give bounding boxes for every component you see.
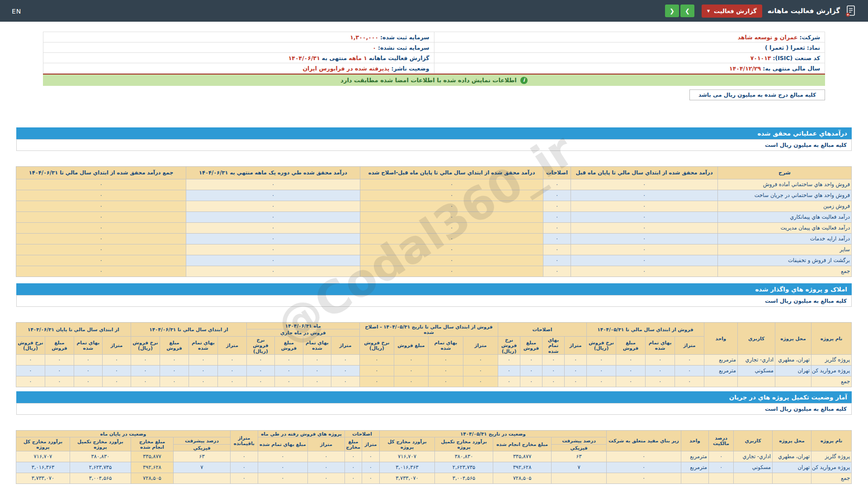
row-label-cell: پروژه گلريز [811,354,852,365]
section-unit-note: کلیه مبالغ به میلیون ریال است [16,295,852,307]
column-header: متراژ [307,437,344,451]
row-label-cell: فروش زمين [718,201,852,212]
value-cell: ۰ [74,365,102,376]
column-header: واحد [704,323,738,355]
table-row: درآمد فعاليت هاي پيمان مديريت۰۰۰۰۰ [16,223,852,234]
section-unit-note: کلیه مبالغ به میلیون ریال است [16,403,852,415]
value-cell: ۰ [131,354,160,365]
value-cell: ۳,۷۳۳,۰۷۰ [16,473,70,484]
value-cell: ۰ [16,201,186,212]
column-header: مبلغ بهاي تمام شده [258,437,307,451]
column-header: مبلغ فروش [274,336,303,354]
value-cell: ۰ [246,376,274,387]
report-type-dropdown[interactable]: گزارش فعالیت ▼ [702,5,762,18]
report-period-date: ۱۴۰۴/۰۶/۳۱ [288,55,320,61]
section-transferred-projects: املاک و پروژه هاي واگذار شده کلیه مبالغ … [16,283,852,387]
column-header: درصد مالکيت [709,430,734,451]
table-row: پروژه گلريزتهران، مطهرياداري- تجاري۰مترم… [16,451,851,462]
value-cell: مترمربع [681,451,709,462]
value-cell: ۰ [360,179,543,190]
column-header: بهاي تمام شده [74,336,102,354]
report-period-label: گزارش فعالیت ماهانه [369,55,429,61]
value-cell: ۰ [360,190,543,201]
value-cell: ۰ [131,376,160,387]
value-cell: ۰ [303,376,331,387]
value-cell [173,473,230,484]
column-header: درصد پيشرفت [552,437,607,444]
value-cell: ۰ [394,365,428,376]
value-cell: ۰ [646,365,675,376]
value-cell: ۰ [331,365,359,376]
value-cell: ۰ [258,473,307,484]
value-cell: ۰ [230,462,258,473]
table-total-row: جمع۰۰۰۰۰ [16,266,852,277]
column-header: مبلغ فروش [520,336,542,354]
section-unit-note: کلیه مبالغ به میلیون ریال است [16,139,852,151]
table-row: فروش زمين۰۰۰۰۰ [16,201,852,212]
column-header: نام پروژه [811,323,852,355]
value-cell: ۰ [543,234,571,244]
value-cell: ۰ [607,473,681,484]
value-cell: ۰ [74,354,102,365]
value-cell: ۰ [520,376,542,387]
value-cell: مترمربع [704,354,738,365]
value-cell: ۰ [675,354,704,365]
value-cell: ۰ [543,212,571,223]
value-cell: ۲,۶۲۳,۷۳۵ [435,462,493,473]
value-cell: ۰ [360,266,543,277]
value-cell: ۰ [331,376,359,387]
language-toggle[interactable]: EN [12,8,21,15]
codal-monthly-report-page: گزارش فعالیت ماهانه گزارش فعالیت ▼ ❯ ❮ E… [0,0,868,488]
column-header: زير بناي مفيد متعلق به شرکت [607,430,681,451]
value-cell: ۰ [675,376,704,387]
report-period-cell: گزارش فعالیت ماهانه ۱ ماهه منتهی به ۱۴۰۴… [43,53,434,63]
value-cell: ۰ [616,376,646,387]
value-cell: ۰ [498,376,520,387]
column-header: محل پروژه [773,430,811,451]
column-header: نرخ فروش (ريال) [498,336,520,354]
row-label-cell: پروژه گلريز [811,451,852,462]
company-label: شرکت: [799,34,820,41]
column-header: جمع درآمد محقق شده از ابتداي سال مالي تا… [16,167,186,179]
table-row: درآمد ارايه خدمات۰۰۰۰۰ [16,234,852,244]
value-cell: ۰ [360,234,543,244]
value-cell: ۰ [607,462,681,473]
column-header: کاربري [738,323,775,355]
value-cell: ۷۲۸,۵۰۵ [493,473,552,484]
value-cell: مسکوني [734,462,773,473]
value-cell: ۰ [16,179,186,190]
value-cell: ۰ [359,365,394,376]
value-cell: ۰ [274,354,303,365]
report-icon[interactable] [845,5,856,17]
value-cell [738,376,775,387]
value-cell: ۰ [186,266,360,277]
issuer-status-cell: وضعیت ناشر: پذیرفته شده در فرابورس ایران [43,63,434,74]
column-header: درصد پيشرفت [173,437,230,444]
value-cell: ۰ [543,201,571,212]
column-group-header: اصلاحات [344,430,379,437]
column-header: مبلغ فروش [160,336,189,354]
signed-data-banner: i اطلاعات نمایش داده شده با اطلاعات امضا… [43,74,825,86]
value-cell: ۰ [543,179,571,190]
section-title-bar: املاک و پروژه هاي واگذار شده [16,283,852,295]
column-header: بهاي تمام شده [303,336,331,354]
value-cell: ۰ [258,451,307,462]
registered-capital-cell: سرمایه ثبت شده: ۱,۳۰۰,۰۰۰ [43,32,434,42]
value-cell: ۰ [542,376,564,387]
value-cell: ۰ [16,376,45,387]
value-cell: ۰ [160,376,189,387]
value-cell: ۷ [552,462,607,473]
previous-report-button[interactable]: ❮ [665,5,679,17]
next-report-button[interactable]: ❯ [680,5,694,17]
issuer-status-label: وضعیت ناشر: [391,65,429,72]
value-cell: ۰ [186,234,360,244]
value-cell: ۰ [616,365,646,376]
column-header: مبلغ فروش [45,336,74,354]
value-cell: ۰ [258,462,307,473]
row-label-cell: پروژه مرواريد کن [811,462,852,473]
value-cell [704,376,738,387]
company-value: عمران و توسعه شاهد [738,34,798,41]
section-title-bar: آمار وضعيت تکميل پروژه هاي در جريان [16,391,852,403]
value-cell: ۰ [571,223,718,234]
value-cell: ۰ [230,473,258,484]
